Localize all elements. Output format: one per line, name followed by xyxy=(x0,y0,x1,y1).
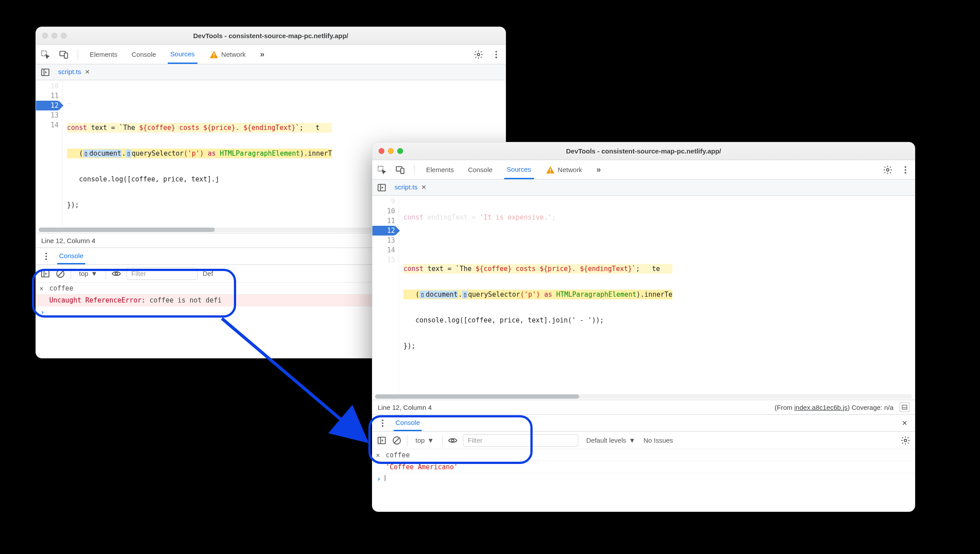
kebab-icon[interactable] xyxy=(491,50,501,59)
settings-icon[interactable] xyxy=(883,165,893,175)
line-number: 15 xyxy=(372,255,395,265)
tab-sources[interactable]: Sources xyxy=(504,160,534,179)
settings-icon[interactable] xyxy=(474,50,483,59)
line-number-current: 12 xyxy=(36,101,59,110)
code-editor[interactable]: 9 10 11 12 13 14 15 const endingText = '… xyxy=(372,196,915,393)
file-tabs: script.ts ✕ xyxy=(36,64,506,80)
source-link[interactable]: index.a8c1ec6b.js xyxy=(794,404,848,411)
clear-console-icon[interactable] xyxy=(55,269,65,279)
code-line: const text = `The ${coffee} costs ${pric… xyxy=(403,264,672,274)
svg-point-6 xyxy=(495,51,497,52)
line-number: 11 xyxy=(372,216,395,226)
line-number: 10 xyxy=(36,81,59,91)
code-body[interactable]: … const text = `The ${coffee} costs ${pr… xyxy=(63,80,332,227)
tab-console[interactable]: Console xyxy=(129,45,159,64)
device-icon[interactable] xyxy=(59,50,69,59)
levels-selector[interactable]: Def xyxy=(203,270,213,277)
code-line: … xyxy=(67,97,332,107)
line-number: 14 xyxy=(372,245,395,255)
live-expression-icon[interactable] xyxy=(111,269,121,279)
tab-network[interactable]: Network xyxy=(543,160,585,179)
close-icon[interactable]: ✕ xyxy=(85,68,90,75)
tab-network-label: Network xyxy=(221,51,246,58)
console-filter[interactable]: Filter xyxy=(463,434,578,447)
titlebar[interactable]: DevTools - consistent-source-map-pc.netl… xyxy=(36,27,506,45)
kebab-icon[interactable] xyxy=(378,418,387,428)
close-icon[interactable]: ✕ xyxy=(40,284,49,292)
minimize-dot[interactable] xyxy=(51,33,57,39)
console-expression: coffee xyxy=(386,451,410,459)
console-expression: coffee xyxy=(49,284,73,292)
svg-point-24 xyxy=(886,169,889,171)
clear-console-icon[interactable] xyxy=(392,436,402,445)
console-prompt[interactable]: › xyxy=(372,473,915,485)
line-number: 9 xyxy=(372,196,395,206)
chevron-down-icon: ▼ xyxy=(427,436,434,444)
drawer-tab-console[interactable]: Console xyxy=(57,248,85,264)
minimize-dot[interactable] xyxy=(388,148,394,154)
tab-network[interactable]: Network xyxy=(206,45,249,64)
titlebar[interactable]: DevTools - consistent-source-map-pc.netl… xyxy=(372,142,915,160)
svg-point-39 xyxy=(451,439,454,442)
console-toolbar: top ▼ Filter Default levels ▼ No Issues xyxy=(372,432,915,449)
scrollbar-thumb[interactable] xyxy=(39,228,215,232)
line-number: 13 xyxy=(372,236,395,245)
context-selector[interactable]: top ▼ xyxy=(76,270,100,277)
close-icon[interactable]: ✕ xyxy=(421,184,427,191)
svg-point-34 xyxy=(382,425,383,427)
console-sidebar-icon[interactable] xyxy=(40,269,50,279)
kebab-icon[interactable] xyxy=(41,251,51,261)
console-output: ✕ coffee 'Coffee Americano' › xyxy=(372,449,915,485)
tabs-overflow[interactable]: » xyxy=(594,160,604,179)
svg-point-12 xyxy=(45,255,47,257)
coverage-sidebar-icon[interactable] xyxy=(900,402,909,412)
gutter: 9 10 11 12 13 14 15 xyxy=(372,196,399,393)
levels-selector[interactable]: Default levels ▼ xyxy=(584,436,638,444)
separator xyxy=(71,268,71,279)
drawer-tabs: Console ✕ xyxy=(372,415,915,432)
zoom-dot[interactable] xyxy=(61,33,67,39)
warning-icon xyxy=(209,50,219,59)
code-line-current: (▯document.▯querySelector('p') as HTMLPa… xyxy=(403,290,672,299)
separator xyxy=(407,435,407,446)
close-dot[interactable] xyxy=(379,148,384,154)
svg-rect-3 xyxy=(213,53,214,56)
window-controls[interactable] xyxy=(42,33,67,39)
tabs-overflow[interactable]: » xyxy=(257,45,267,64)
cursor-position: Line 12, Column 4 xyxy=(41,237,95,244)
inspect-icon[interactable] xyxy=(40,50,50,59)
device-icon[interactable] xyxy=(395,165,405,175)
tab-elements[interactable]: Elements xyxy=(423,160,457,179)
console-settings-icon[interactable] xyxy=(901,436,910,445)
console-filter[interactable]: Filter xyxy=(126,267,198,280)
navigator-toggle-icon[interactable] xyxy=(377,183,387,193)
horizontal-scrollbar[interactable] xyxy=(375,394,912,399)
zoom-dot[interactable] xyxy=(397,148,403,154)
tab-elements[interactable]: Elements xyxy=(87,45,120,64)
svg-point-11 xyxy=(45,252,47,254)
svg-rect-22 xyxy=(550,169,551,171)
no-issues[interactable]: No Issues xyxy=(644,436,673,444)
file-tab-script[interactable]: script.ts ✕ xyxy=(55,64,93,80)
kebab-icon[interactable] xyxy=(901,165,910,175)
close-drawer-icon[interactable]: ✕ xyxy=(900,418,909,428)
console-sidebar-icon[interactable] xyxy=(377,436,387,445)
file-tab-script[interactable]: script.ts ✕ xyxy=(392,180,429,195)
close-dot[interactable] xyxy=(42,33,48,39)
svg-rect-4 xyxy=(213,56,214,57)
code-body[interactable]: const endingText = 'It is expensive.'; c… xyxy=(399,196,672,393)
tab-network-label: Network xyxy=(558,166,582,173)
context-selector[interactable]: top ▼ xyxy=(413,436,437,444)
tab-console[interactable]: Console xyxy=(466,160,495,179)
svg-line-38 xyxy=(395,438,399,443)
error-message: Uncaught ReferenceError: coffee is not d… xyxy=(49,296,221,304)
window-controls[interactable] xyxy=(379,148,403,154)
navigator-toggle-icon[interactable] xyxy=(40,67,50,77)
scrollbar-thumb[interactable] xyxy=(375,394,579,399)
close-icon[interactable]: ✕ xyxy=(376,451,386,459)
live-expression-icon[interactable] xyxy=(448,436,458,445)
drawer-tab-console[interactable]: Console xyxy=(394,415,422,431)
separator xyxy=(442,435,443,446)
inspect-icon[interactable] xyxy=(377,165,387,175)
tab-sources[interactable]: Sources xyxy=(168,45,198,64)
